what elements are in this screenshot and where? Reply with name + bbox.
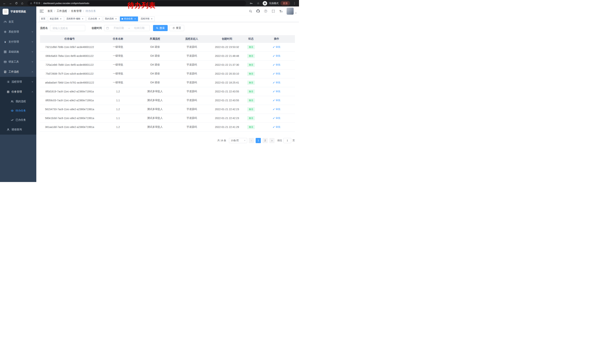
sidebar-item-my-process[interactable]: 我的流程: [0, 97, 36, 106]
breadcrumb-workflow[interactable]: 工作流程: [57, 9, 67, 13]
approve-button[interactable]: 审批: [273, 125, 281, 129]
tag-label: 流程详情: [141, 17, 150, 20]
status-badge: 激活: [247, 89, 255, 94]
browser-menu-icon[interactable]: ⋮: [292, 1, 297, 6]
dashboard-icon: [4, 20, 7, 23]
cell-status: 激活: [244, 96, 258, 105]
sidebar-item-infrastructure[interactable]: 基础设施: [0, 47, 36, 57]
approve-button[interactable]: 审批: [273, 81, 281, 84]
cell-status: 激活: [244, 43, 258, 51]
approve-button[interactable]: 审批: [273, 45, 281, 49]
status-badge: 激活: [247, 98, 255, 103]
breadcrumb-task-mgmt[interactable]: 任务管理: [71, 9, 82, 13]
user-menu-caret-icon[interactable]: ▾: [295, 12, 296, 14]
avatar[interactable]: [287, 8, 294, 15]
approve-button[interactable]: 审批: [273, 116, 281, 120]
page-button-1[interactable]: 1: [256, 138, 261, 143]
breadcrumb-current: 待办任务: [86, 9, 96, 13]
tag-item[interactable]: 已办任务 ×: [86, 16, 102, 21]
sidebar-toggle-icon[interactable]: [40, 9, 44, 13]
github-icon[interactable]: [256, 9, 260, 13]
status-badge: 激活: [247, 125, 255, 129]
next-page-button[interactable]: ›: [269, 138, 274, 143]
cell-actions: 审批: [258, 122, 295, 131]
status-badge: 激活: [247, 116, 255, 120]
close-icon[interactable]: ×: [150, 18, 153, 20]
close-icon[interactable]: ×: [81, 18, 84, 20]
tag-label: 首页: [41, 17, 45, 20]
help-icon[interactable]: ?: [264, 9, 267, 13]
approve-button[interactable]: 审批: [273, 54, 281, 57]
person-icon: [7, 128, 10, 131]
sidebar-item-payment[interactable]: ¥ 支付管理: [0, 37, 36, 47]
page-button-2[interactable]: 2: [263, 138, 268, 143]
header-status: 状态: [244, 35, 258, 43]
approve-button[interactable]: 审批: [273, 90, 281, 93]
close-icon[interactable]: ×: [134, 18, 136, 20]
approve-button[interactable]: 审批: [273, 63, 281, 66]
forward-icon[interactable]: →: [8, 1, 13, 6]
goto-page-input[interactable]: [283, 138, 291, 143]
cell-task-id: 580e1b3d-7ac8-11ec-a9e2-a2380e71991a: [40, 114, 99, 122]
cell-process: OA 请假: [137, 69, 173, 78]
process-name-input[interactable]: [50, 25, 85, 31]
bookmark-star-icon[interactable]: ☆: [256, 1, 261, 6]
page-size-select[interactable]: 10条/页 ▾: [229, 138, 247, 143]
breadcrumb-home[interactable]: 首页: [47, 9, 53, 13]
sidebar-item-system[interactable]: 系统管理: [0, 27, 36, 37]
date-range-picker[interactable]: 开始日期 - 结束日期: [104, 25, 150, 31]
tag-item[interactable]: 待办任务 ×: [120, 16, 138, 21]
tag-item[interactable]: 发起流程 ×: [48, 16, 64, 21]
tag-item[interactable]: 首页: [39, 16, 47, 21]
close-icon[interactable]: ×: [115, 18, 117, 20]
reset-button[interactable]: 重置: [169, 25, 184, 31]
sidebar-item-devtools[interactable]: 研发工具: [0, 57, 36, 67]
sidebar-item-home[interactable]: 首页: [0, 17, 36, 27]
breadcrumb-separator: /: [54, 10, 55, 13]
cell-starter: 芋道源码: [173, 43, 210, 51]
update-button[interactable]: 更新: [281, 1, 290, 6]
tags-view-bar: 首页 发起流程 × 流程表单-编辑 × 已办任务: [36, 16, 299, 22]
edit-icon-label: 审批: [276, 116, 281, 120]
sidebar-item-done-task[interactable]: 已办任务: [0, 115, 36, 125]
table-row: 8f059c03-7ac8-11ec-a9e2-a2380e71991a 1.1…: [40, 96, 295, 105]
password-key-icon[interactable]: [249, 1, 254, 6]
table-row: 73211d9d-7b9b-11ec-b5b7-acde48001122 一级审…: [40, 43, 295, 51]
approve-button[interactable]: 审批: [273, 72, 281, 75]
back-icon[interactable]: ←: [2, 1, 7, 6]
breadcrumb-separator: /: [83, 10, 84, 13]
chevron-down-icon: [32, 41, 33, 43]
close-icon[interactable]: ×: [59, 18, 62, 20]
sidebar-item-todo-task[interactable]: 待办任务: [0, 106, 36, 115]
cell-task-id: 75d72608-7b7f-11ec-a3c8-acde48001122: [40, 69, 99, 78]
home-icon[interactable]: ⌂: [20, 1, 25, 6]
tag-item[interactable]: 我的流程 ×: [103, 16, 119, 21]
sidebar-item-process-mgmt[interactable]: 流程管理: [0, 77, 36, 87]
cell-process: 测试多审批人: [137, 105, 173, 114]
yen-icon: ¥: [4, 40, 7, 43]
sidebar-item-label: 研发工具: [8, 60, 19, 64]
refresh-icon[interactable]: [14, 1, 19, 6]
cell-status: 激活: [244, 105, 258, 114]
search-button[interactable]: 搜索: [153, 25, 168, 31]
close-icon[interactable]: ×: [98, 18, 100, 20]
sidebar-item-task-mgmt[interactable]: 任务管理: [0, 87, 36, 97]
approve-button[interactable]: 审批: [273, 108, 281, 111]
sidebar-item-workflow[interactable]: 工作流程: [0, 67, 36, 77]
approve-button[interactable]: 审批: [273, 99, 281, 102]
status-badge: 激活: [247, 72, 255, 76]
omnibox-divider: [42, 2, 42, 5]
fullscreen-icon[interactable]: [271, 9, 275, 13]
app-logo-row[interactable]: 芋道管理系统: [0, 7, 36, 17]
tag-item[interactable]: 流程详情 ×: [139, 16, 155, 21]
cell-process: 测试多审批人: [137, 87, 173, 96]
tag-label: 待办任务: [124, 17, 133, 20]
sidebar-item-leave-query[interactable]: 请假查询: [0, 125, 36, 135]
prev-page-button[interactable]: ‹: [249, 138, 254, 143]
tag-item[interactable]: 流程表单-编辑 ×: [65, 16, 86, 21]
address-bar[interactable]: ⚠ 不安全 dashboard.yudao.iocoder.cn/bpm/tas…: [27, 1, 246, 6]
sidebar-item-label: 工作流程: [8, 70, 19, 73]
font-size-icon[interactable]: TT: [279, 9, 283, 13]
cell-task-id: 73211d9d-7b9b-11ec-b5b7-acde48001122: [40, 43, 99, 51]
search-icon[interactable]: [249, 9, 252, 13]
